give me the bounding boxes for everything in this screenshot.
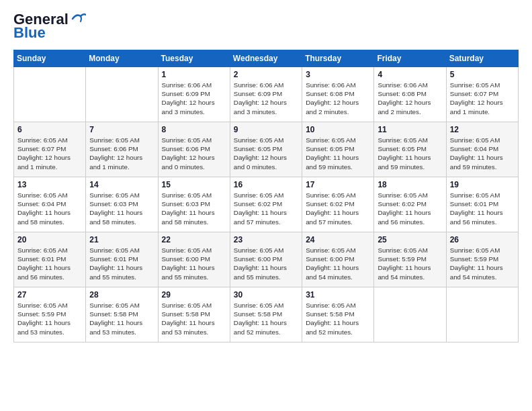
calendar-cell: 5Sunrise: 6:05 AMSunset: 6:07 PMDaylight…	[446, 67, 518, 122]
day-info: Sunrise: 6:05 AMSunset: 6:01 PMDaylight:…	[450, 191, 515, 226]
day-number: 7	[89, 125, 154, 134]
calendar-cell: 18Sunrise: 6:05 AMSunset: 6:02 PMDayligh…	[374, 177, 446, 232]
day-info: Sunrise: 6:05 AMSunset: 6:05 PMDaylight:…	[306, 136, 370, 171]
day-number: 29	[162, 290, 226, 300]
calendar-cell: 1Sunrise: 6:06 AMSunset: 6:09 PMDaylight…	[158, 67, 230, 122]
day-number: 30	[234, 290, 298, 300]
day-number: 3	[306, 70, 370, 79]
calendar-cell: 14Sunrise: 6:05 AMSunset: 6:03 PMDayligh…	[86, 177, 158, 232]
calendar-cell: 9Sunrise: 6:05 AMSunset: 6:05 PMDaylight…	[230, 122, 302, 177]
calendar-cell: 11Sunrise: 6:05 AMSunset: 6:05 PMDayligh…	[374, 122, 446, 177]
day-number: 16	[234, 180, 298, 189]
calendar-cell: 26Sunrise: 6:05 AMSunset: 5:59 PMDayligh…	[446, 232, 518, 287]
day-info: Sunrise: 6:05 AMSunset: 5:59 PMDaylight:…	[17, 301, 82, 336]
day-number: 19	[450, 180, 515, 189]
day-info: Sunrise: 6:05 AMSunset: 6:06 PMDaylight:…	[162, 136, 226, 171]
day-number: 22	[162, 235, 226, 244]
calendar-cell	[374, 287, 446, 342]
day-info: Sunrise: 6:06 AMSunset: 6:09 PMDaylight:…	[162, 81, 226, 116]
calendar-cell: 27Sunrise: 6:05 AMSunset: 5:59 PMDayligh…	[14, 287, 86, 342]
calendar-cell: 6Sunrise: 6:05 AMSunset: 6:07 PMDaylight…	[14, 122, 86, 177]
day-number: 24	[306, 235, 370, 244]
day-info: Sunrise: 6:05 AMSunset: 6:05 PMDaylight:…	[234, 136, 298, 171]
calendar-week-5: 27Sunrise: 6:05 AMSunset: 5:59 PMDayligh…	[14, 287, 519, 342]
calendar-cell: 7Sunrise: 6:05 AMSunset: 6:06 PMDaylight…	[86, 122, 158, 177]
day-info: Sunrise: 6:05 AMSunset: 6:01 PMDaylight:…	[89, 246, 154, 281]
day-info: Sunrise: 6:05 AMSunset: 6:00 PMDaylight:…	[162, 246, 226, 281]
calendar-cell	[446, 287, 518, 342]
calendar-cell: 16Sunrise: 6:05 AMSunset: 6:02 PMDayligh…	[230, 177, 302, 232]
weekday-header-tuesday: Tuesday	[158, 50, 230, 67]
day-info: Sunrise: 6:05 AMSunset: 6:07 PMDaylight:…	[450, 81, 515, 116]
calendar-cell: 3Sunrise: 6:06 AMSunset: 6:08 PMDaylight…	[302, 67, 374, 122]
logo-bird-icon	[71, 12, 86, 24]
day-number: 4	[378, 70, 442, 79]
calendar-cell	[14, 67, 86, 122]
day-info: Sunrise: 6:05 AMSunset: 6:03 PMDaylight:…	[162, 191, 226, 226]
day-info: Sunrise: 6:05 AMSunset: 6:04 PMDaylight:…	[450, 136, 515, 171]
day-number: 14	[89, 180, 154, 189]
day-number: 26	[450, 235, 515, 244]
calendar-week-1: 1Sunrise: 6:06 AMSunset: 6:09 PMDaylight…	[14, 67, 519, 122]
calendar-cell: 22Sunrise: 6:05 AMSunset: 6:00 PMDayligh…	[158, 232, 230, 287]
calendar-cell: 8Sunrise: 6:05 AMSunset: 6:06 PMDaylight…	[158, 122, 230, 177]
calendar-cell: 19Sunrise: 6:05 AMSunset: 6:01 PMDayligh…	[446, 177, 518, 232]
calendar-cell: 10Sunrise: 6:05 AMSunset: 6:05 PMDayligh…	[302, 122, 374, 177]
day-info: Sunrise: 6:05 AMSunset: 6:00 PMDaylight:…	[306, 246, 370, 281]
calendar-cell: 20Sunrise: 6:05 AMSunset: 6:01 PMDayligh…	[14, 232, 86, 287]
day-info: Sunrise: 6:05 AMSunset: 6:03 PMDaylight:…	[89, 191, 154, 226]
day-info: Sunrise: 6:05 AMSunset: 5:58 PMDaylight:…	[89, 301, 154, 336]
day-info: Sunrise: 6:05 AMSunset: 6:00 PMDaylight:…	[234, 246, 298, 281]
day-number: 18	[378, 180, 442, 189]
day-info: Sunrise: 6:05 AMSunset: 6:02 PMDaylight:…	[234, 191, 298, 226]
calendar-cell: 31Sunrise: 6:05 AMSunset: 5:58 PMDayligh…	[302, 287, 374, 342]
page: General Blue SundayMondayTuesdayWednesda…	[0, 0, 532, 411]
day-number: 15	[162, 180, 226, 189]
day-number: 6	[17, 125, 82, 134]
calendar-table: SundayMondayTuesdayWednesdayThursdayFrid…	[13, 50, 519, 342]
day-number: 20	[17, 235, 82, 244]
calendar-cell: 4Sunrise: 6:06 AMSunset: 6:08 PMDaylight…	[374, 67, 446, 122]
day-number: 9	[234, 125, 298, 134]
calendar-cell: 15Sunrise: 6:05 AMSunset: 6:03 PMDayligh…	[158, 177, 230, 232]
calendar-cell: 17Sunrise: 6:05 AMSunset: 6:02 PMDayligh…	[302, 177, 374, 232]
day-info: Sunrise: 6:05 AMSunset: 6:02 PMDaylight:…	[378, 191, 442, 226]
weekday-header-friday: Friday	[374, 50, 446, 67]
day-info: Sunrise: 6:05 AMSunset: 5:58 PMDaylight:…	[306, 301, 370, 336]
weekday-header-monday: Monday	[86, 50, 158, 67]
calendar-body: 1Sunrise: 6:06 AMSunset: 6:09 PMDaylight…	[14, 67, 519, 342]
calendar-header-row: SundayMondayTuesdayWednesdayThursdayFrid…	[14, 50, 519, 67]
header: General Blue	[13, 11, 519, 42]
calendar-cell: 13Sunrise: 6:05 AMSunset: 6:04 PMDayligh…	[14, 177, 86, 232]
day-number: 21	[89, 235, 154, 244]
day-number: 25	[378, 235, 442, 244]
day-number: 11	[378, 125, 442, 134]
day-info: Sunrise: 6:05 AMSunset: 5:59 PMDaylight:…	[378, 246, 442, 281]
day-info: Sunrise: 6:05 AMSunset: 6:01 PMDaylight:…	[17, 246, 82, 281]
calendar-cell: 2Sunrise: 6:06 AMSunset: 6:09 PMDaylight…	[230, 67, 302, 122]
weekday-header-thursday: Thursday	[302, 50, 374, 67]
calendar-cell: 30Sunrise: 6:05 AMSunset: 5:58 PMDayligh…	[230, 287, 302, 342]
day-info: Sunrise: 6:05 AMSunset: 6:06 PMDaylight:…	[89, 136, 154, 171]
day-number: 27	[17, 290, 82, 300]
calendar-week-3: 13Sunrise: 6:05 AMSunset: 6:04 PMDayligh…	[14, 177, 519, 232]
weekday-header-sunday: Sunday	[14, 50, 86, 67]
weekday-header-saturday: Saturday	[446, 50, 518, 67]
day-info: Sunrise: 6:05 AMSunset: 5:59 PMDaylight:…	[450, 246, 515, 281]
calendar-cell: 12Sunrise: 6:05 AMSunset: 6:04 PMDayligh…	[446, 122, 518, 177]
day-number: 23	[234, 235, 298, 244]
day-number: 2	[234, 70, 298, 79]
day-number: 17	[306, 180, 370, 189]
calendar-cell	[86, 67, 158, 122]
day-number: 10	[306, 125, 370, 134]
calendar-cell: 21Sunrise: 6:05 AMSunset: 6:01 PMDayligh…	[86, 232, 158, 287]
day-info: Sunrise: 6:05 AMSunset: 6:07 PMDaylight:…	[17, 136, 82, 171]
calendar-week-2: 6Sunrise: 6:05 AMSunset: 6:07 PMDaylight…	[14, 122, 519, 177]
calendar-cell: 28Sunrise: 6:05 AMSunset: 5:58 PMDayligh…	[86, 287, 158, 342]
calendar-cell: 29Sunrise: 6:05 AMSunset: 5:58 PMDayligh…	[158, 287, 230, 342]
day-number: 31	[306, 290, 370, 300]
calendar-cell: 24Sunrise: 6:05 AMSunset: 6:00 PMDayligh…	[302, 232, 374, 287]
weekday-header-wednesday: Wednesday	[230, 50, 302, 67]
day-number: 1	[162, 70, 226, 79]
calendar-cell: 25Sunrise: 6:05 AMSunset: 5:59 PMDayligh…	[374, 232, 446, 287]
